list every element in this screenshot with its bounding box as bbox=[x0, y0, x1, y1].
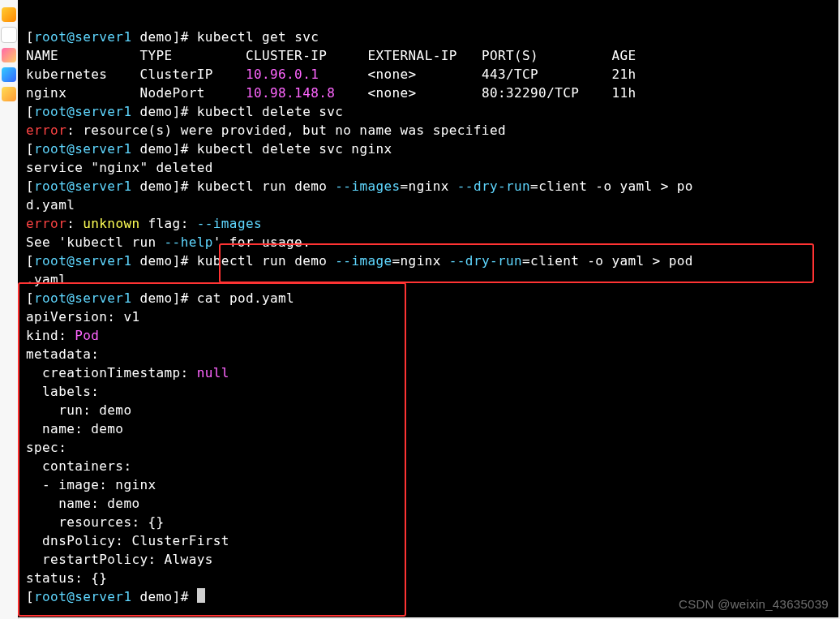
yaml-line: labels: bbox=[26, 384, 99, 399]
svc-header: NAME TYPE CLUSTER-IP EXTERNAL-IP PORT(S)… bbox=[26, 48, 636, 63]
yaml-line: creationTimestamp: bbox=[26, 365, 189, 380]
yaml-line: - image: nginx bbox=[26, 477, 156, 492]
yaml-line: resources: {} bbox=[26, 514, 165, 530]
sidebar-icon[interactable] bbox=[2, 7, 16, 22]
error-label: error bbox=[26, 216, 66, 231]
yaml-line: metadata: bbox=[26, 346, 99, 362]
terminal[interactable]: [root@server1 demo]# kubectl get svc NAM… bbox=[18, 0, 838, 617]
cmd-get-svc: kubectl get svc bbox=[197, 29, 319, 45]
prompt-user-host: root@server1 bbox=[34, 29, 131, 45]
cmd-delete-svc-nginx: kubectl delete svc nginx bbox=[197, 141, 392, 157]
sidebar-icon[interactable] bbox=[2, 87, 16, 101]
cursor[interactable] bbox=[197, 588, 205, 603]
watermark: CSDN @weixin_43635039 bbox=[679, 597, 829, 611]
yaml-line: run: demo bbox=[26, 402, 131, 418]
yaml-line: kind: bbox=[26, 328, 66, 343]
yaml-line: name: demo bbox=[26, 496, 139, 511]
prompt-bracket: [ bbox=[26, 29, 34, 45]
sidebar-icon[interactable] bbox=[2, 48, 16, 62]
cmd-delete-svc: kubectl delete svc bbox=[197, 104, 344, 119]
svc-row: nginx NodePort 10.98.148.8 <none> 80:322… bbox=[26, 85, 636, 101]
prompt-cwd: demo bbox=[140, 29, 173, 45]
yaml-line: spec: bbox=[26, 440, 66, 455]
cmd-run-good: kubectl run demo bbox=[197, 253, 336, 269]
sidebar bbox=[0, 0, 19, 619]
error-label: error bbox=[26, 123, 66, 138]
sidebar-icon[interactable] bbox=[2, 67, 16, 82]
yaml-line: apiVersion: v1 bbox=[26, 309, 139, 325]
msg-deleted: service "nginx" deleted bbox=[26, 160, 213, 175]
cmd-run-bad: kubectl run demo bbox=[197, 178, 336, 194]
yaml-line: restartPolicy: Always bbox=[26, 552, 213, 567]
cmd-cat: cat pod.yaml bbox=[197, 290, 294, 306]
yaml-line: dnsPolicy: ClusterFirst bbox=[26, 533, 229, 548]
sidebar-icon[interactable] bbox=[1, 27, 17, 43]
error-text: : resource(s) were provided, but no name… bbox=[66, 123, 506, 138]
yaml-line: name: demo bbox=[26, 421, 123, 436]
yaml-line: containers: bbox=[26, 458, 131, 474]
svc-row: kubernetes ClusterIP 10.96.0.1 <none> 44… bbox=[26, 67, 636, 82]
yaml-line: status: {} bbox=[26, 570, 107, 586]
